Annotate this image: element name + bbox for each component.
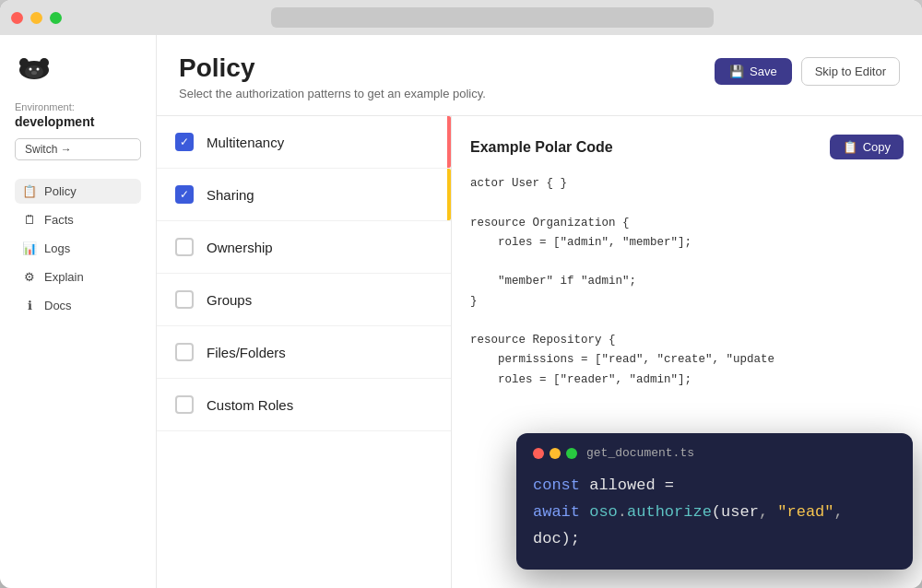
page-header-actions: 💾 Save Skip to Editor	[715, 57, 900, 86]
page-title: Policy	[179, 53, 486, 83]
custom-roles-label: Custom Roles	[207, 397, 293, 413]
sidebar-item-facts[interactable]: 🗒 Facts	[15, 207, 141, 232]
switch-button[interactable]: Switch →	[15, 138, 141, 160]
sidebar-item-explain[interactable]: ⚙ Explain	[15, 265, 141, 289]
files-folders-checkbox[interactable]	[175, 343, 194, 361]
env-label: Environment:	[15, 101, 141, 112]
sidebar-nav: 📋 Policy 🗒 Facts 📊 Logs ⚙ Explain ℹ	[15, 179, 141, 318]
maximize-button[interactable]	[50, 12, 62, 24]
polar-code-block: actor User { } resource Organization { r…	[470, 174, 904, 390]
docs-icon: ℹ	[22, 299, 37, 312]
allowed-var: allowed =	[589, 476, 674, 494]
policy-item-groups[interactable]: Groups	[157, 274, 451, 326]
traffic-lights	[11, 12, 62, 24]
sidebar-item-label: Docs	[44, 299, 72, 312]
custom-roles-checkbox[interactable]	[175, 395, 194, 414]
env-name: development	[15, 114, 141, 129]
files-folders-label: Files/Folders	[207, 345, 286, 360]
sidebar-item-label: Facts	[44, 213, 74, 227]
facts-icon: 🗒	[22, 213, 37, 227]
logo	[15, 53, 141, 83]
logs-icon: 📊	[22, 241, 37, 255]
svg-point-2	[40, 58, 49, 67]
policy-item-multitenancy[interactable]: ✓ Multitenancy	[157, 116, 451, 169]
code-panel-title: Example Polar Code	[470, 139, 613, 156]
svg-point-4	[30, 68, 32, 71]
snippet-line2: await oso.authorize(user, "read", doc);	[533, 500, 896, 553]
sharing-checkbox[interactable]: ✓	[175, 185, 194, 204]
policy-item-ownership[interactable]: Ownership	[157, 221, 451, 274]
snippet-traffic-lights	[533, 448, 577, 459]
const-keyword: const	[533, 476, 589, 494]
snippet-filename: get_document.ts	[586, 446, 694, 460]
policy-list-panel: ✓ Multitenancy ✓ Sharing Ownership	[157, 116, 452, 588]
snippet-minimize	[550, 448, 561, 459]
ownership-checkbox[interactable]	[175, 238, 194, 256]
snippet-maximize	[566, 448, 577, 459]
await-keyword: await	[533, 503, 589, 521]
oso-object: oso	[589, 503, 618, 521]
multitenancy-label: Multitenancy	[207, 135, 284, 150]
titlebar	[0, 0, 922, 35]
close-button[interactable]	[11, 12, 23, 24]
sidebar: Environment: development Switch → 📋 Poli…	[0, 35, 157, 588]
explain-icon: ⚙	[22, 270, 37, 284]
svg-point-6	[31, 71, 37, 75]
sidebar-item-label: Logs	[44, 241, 70, 255]
multitenancy-checkbox[interactable]: ✓	[175, 133, 194, 151]
sharing-indicator	[447, 169, 451, 220]
copy-icon: 📋	[843, 140, 857, 154]
save-icon: 💾	[729, 65, 744, 78]
page-subtitle: Select the authorization patterns to get…	[179, 87, 486, 100]
authorize-method: authorize	[627, 503, 712, 521]
policy-item-sharing[interactable]: ✓ Sharing	[157, 169, 451, 221]
policy-item-files-folders[interactable]: Files/Folders	[157, 326, 451, 379]
sidebar-item-label: Policy	[44, 184, 77, 198]
sidebar-item-policy[interactable]: 📋 Policy	[15, 179, 141, 204]
app-window: Environment: development Switch → 📋 Poli…	[0, 0, 922, 588]
copy-button[interactable]: 📋 Copy	[830, 135, 904, 159]
minimize-button[interactable]	[30, 12, 42, 24]
groups-checkbox[interactable]	[175, 290, 194, 309]
multitenancy-indicator	[447, 116, 451, 168]
code-snippet-overlay: get_document.ts const allowed = await os…	[516, 433, 913, 570]
groups-label: Groups	[207, 292, 252, 308]
policy-icon: 📋	[22, 184, 37, 198]
svg-point-5	[37, 68, 40, 71]
code-panel-header: Example Polar Code 📋 Copy	[470, 135, 904, 159]
page-header: Policy Select the authorization patterns…	[157, 35, 922, 116]
save-button[interactable]: 💾 Save	[715, 58, 792, 85]
snippet-line1: const allowed =	[533, 473, 896, 500]
snippet-code-block: const allowed = await oso.authorize(user…	[533, 473, 896, 553]
sidebar-item-logs[interactable]: 📊 Logs	[15, 236, 141, 261]
policy-item-custom-roles[interactable]: Custom Roles	[157, 379, 451, 431]
bear-icon	[15, 53, 53, 79]
snippet-close	[533, 448, 544, 459]
ownership-label: Ownership	[207, 240, 273, 255]
sidebar-item-docs[interactable]: ℹ Docs	[15, 293, 141, 318]
svg-point-1	[19, 58, 29, 67]
sharing-label: Sharing	[207, 187, 254, 203]
skip-to-editor-button[interactable]: Skip to Editor	[801, 57, 900, 86]
sidebar-item-label: Explain	[44, 270, 84, 284]
snippet-titlebar: get_document.ts	[533, 446, 896, 460]
read-string: "read"	[777, 503, 833, 521]
address-bar[interactable]	[271, 7, 714, 28]
